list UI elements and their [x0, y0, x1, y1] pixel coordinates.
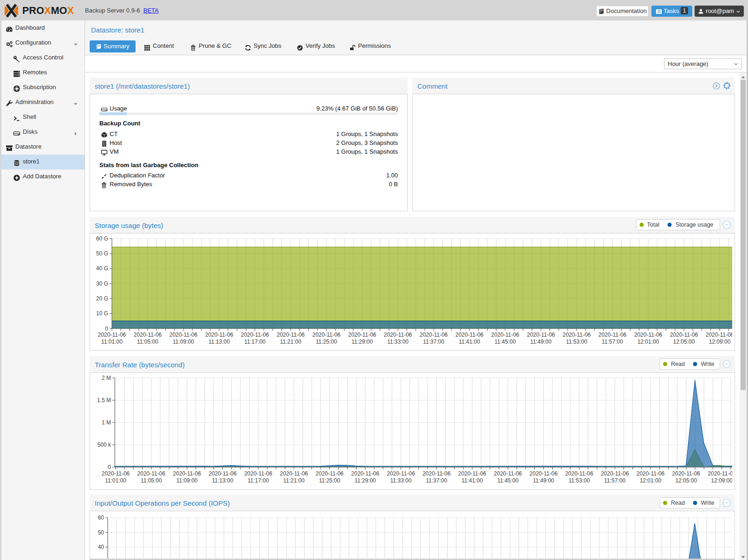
- svg-text:11:53:00: 11:53:00: [566, 339, 587, 345]
- svg-text:0: 0: [105, 326, 108, 332]
- svg-text:Read: Read: [671, 500, 685, 506]
- svg-text:0: 0: [108, 464, 111, 470]
- svg-text:2020-11-06: 2020-11-06: [670, 332, 698, 338]
- svg-text:11:41:00: 11:41:00: [459, 339, 480, 345]
- svg-text:1 M: 1 M: [102, 419, 111, 426]
- svg-text:11:33:00: 11:33:00: [387, 339, 409, 345]
- svg-text:2020-11-06: 2020-11-06: [458, 470, 487, 477]
- svg-text:Write: Write: [701, 361, 715, 367]
- svg-text:11:17:00: 11:17:00: [244, 339, 266, 345]
- svg-text:Storage usage: Storage usage: [676, 221, 713, 228]
- svg-text:12:05:00: 12:05:00: [673, 339, 695, 345]
- svg-text:30 G: 30 G: [96, 280, 108, 287]
- svg-text:11:01:00: 11:01:00: [101, 339, 123, 345]
- svg-text:11:41:00: 11:41:00: [462, 477, 483, 484]
- svg-text:2020-11-06: 2020-11-06: [169, 332, 198, 338]
- svg-text:11:37:00: 11:37:00: [423, 339, 444, 345]
- svg-text:2020-11-06: 2020-11-06: [708, 470, 732, 477]
- svg-text:40: 40: [98, 544, 104, 550]
- svg-text:1.5 M: 1.5 M: [97, 397, 111, 404]
- svg-text:2020-11-06: 2020-11-06: [601, 470, 629, 477]
- svg-text:Read: Read: [671, 361, 685, 367]
- svg-text:11:21:00: 11:21:00: [280, 339, 301, 345]
- svg-text:11:49:00: 11:49:00: [530, 339, 552, 345]
- svg-text:12:09:00: 12:09:00: [711, 477, 732, 484]
- svg-text:2020-11-06: 2020-11-06: [316, 470, 344, 477]
- svg-text:2020-11-06: 2020-11-06: [280, 470, 308, 477]
- svg-text:2020-11-06: 2020-11-06: [706, 332, 732, 338]
- svg-text:2020-11-06: 2020-11-06: [205, 332, 234, 338]
- svg-text:2020-11-06: 2020-11-06: [387, 470, 415, 477]
- svg-text:11:53:00: 11:53:00: [568, 477, 590, 484]
- svg-text:2020-11-06: 2020-11-06: [527, 332, 555, 338]
- svg-text:500 k: 500 k: [98, 442, 111, 448]
- svg-text:60: 60: [98, 514, 104, 521]
- svg-text:11:05:00: 11:05:00: [137, 339, 158, 345]
- svg-text:11:57:00: 11:57:00: [604, 477, 625, 484]
- svg-text:11:49:00: 11:49:00: [533, 477, 554, 484]
- svg-text:2020-11-06: 2020-11-06: [134, 332, 162, 338]
- svg-text:50 G: 50 G: [96, 250, 108, 257]
- svg-text:2020-11-06: 2020-11-06: [565, 470, 593, 477]
- svg-text:11:57:00: 11:57:00: [602, 339, 623, 345]
- svg-text:11:17:00: 11:17:00: [247, 477, 269, 484]
- svg-text:2020-11-06: 2020-11-06: [637, 470, 665, 477]
- svg-text:11:33:00: 11:33:00: [390, 477, 411, 484]
- svg-text:2020-11-06: 2020-11-06: [277, 332, 305, 338]
- svg-text:2020-11-06: 2020-11-06: [455, 332, 484, 338]
- svg-text:Write: Write: [701, 500, 715, 506]
- svg-text:11:01:00: 11:01:00: [105, 477, 126, 484]
- svg-text:10 G: 10 G: [96, 310, 108, 317]
- svg-text:2 M: 2 M: [102, 375, 111, 381]
- svg-text:11:29:00: 11:29:00: [351, 339, 373, 345]
- svg-text:11:25:00: 11:25:00: [319, 477, 340, 484]
- svg-text:2020-11-06: 2020-11-06: [423, 470, 451, 477]
- svg-text:11:13:00: 11:13:00: [208, 339, 230, 345]
- svg-text:12:01:00: 12:01:00: [637, 339, 659, 345]
- svg-text:12:05:00: 12:05:00: [675, 477, 697, 484]
- svg-text:2020-11-06: 2020-11-06: [563, 332, 591, 338]
- svg-text:11:45:00: 11:45:00: [497, 477, 519, 484]
- svg-text:2020-11-06: 2020-11-06: [173, 470, 201, 477]
- svg-text:2020-11-06: 2020-11-06: [348, 332, 377, 338]
- svg-text:11:37:00: 11:37:00: [426, 477, 447, 484]
- svg-text:11:45:00: 11:45:00: [494, 339, 516, 345]
- svg-text:2020-11-06: 2020-11-06: [384, 332, 412, 338]
- svg-text:2020-11-06: 2020-11-06: [351, 470, 379, 477]
- svg-text:2020-11-06: 2020-11-06: [634, 332, 663, 338]
- svg-text:11:13:00: 11:13:00: [212, 477, 233, 484]
- svg-text:2020-11-06: 2020-11-06: [102, 470, 130, 477]
- svg-text:11:05:00: 11:05:00: [141, 477, 162, 484]
- svg-text:2020-11-06: 2020-11-06: [494, 470, 522, 477]
- svg-text:11:21:00: 11:21:00: [283, 477, 305, 484]
- svg-text:60 G: 60 G: [96, 235, 108, 242]
- svg-text:2020-11-06: 2020-11-06: [529, 470, 558, 477]
- svg-text:2020-11-06: 2020-11-06: [672, 470, 701, 477]
- svg-text:40 G: 40 G: [96, 265, 108, 272]
- svg-text:2020-11-06: 2020-11-06: [244, 470, 273, 477]
- svg-text:2020-11-06: 2020-11-06: [241, 332, 269, 338]
- svg-text:11:29:00: 11:29:00: [355, 477, 376, 484]
- svg-text:2020-11-06: 2020-11-06: [137, 470, 166, 477]
- svg-text:2020-11-06: 2020-11-06: [598, 332, 627, 338]
- svg-text:11:09:00: 11:09:00: [173, 339, 194, 345]
- svg-text:2020-11-06: 2020-11-06: [208, 470, 237, 477]
- svg-text:12:09:00: 12:09:00: [709, 339, 731, 345]
- svg-text:11:25:00: 11:25:00: [316, 339, 337, 345]
- svg-text:Total: Total: [647, 221, 659, 228]
- svg-text:2020-11-06: 2020-11-06: [420, 332, 448, 338]
- svg-text:2020-11-06: 2020-11-06: [491, 332, 520, 338]
- svg-text:2020-11-06: 2020-11-06: [98, 332, 126, 338]
- svg-text:12:01:00: 12:01:00: [640, 477, 662, 484]
- svg-text:50: 50: [98, 529, 104, 536]
- svg-text:11:09:00: 11:09:00: [176, 477, 198, 484]
- svg-text:20 G: 20 G: [96, 295, 108, 302]
- svg-text:2020-11-06: 2020-11-06: [312, 332, 341, 338]
